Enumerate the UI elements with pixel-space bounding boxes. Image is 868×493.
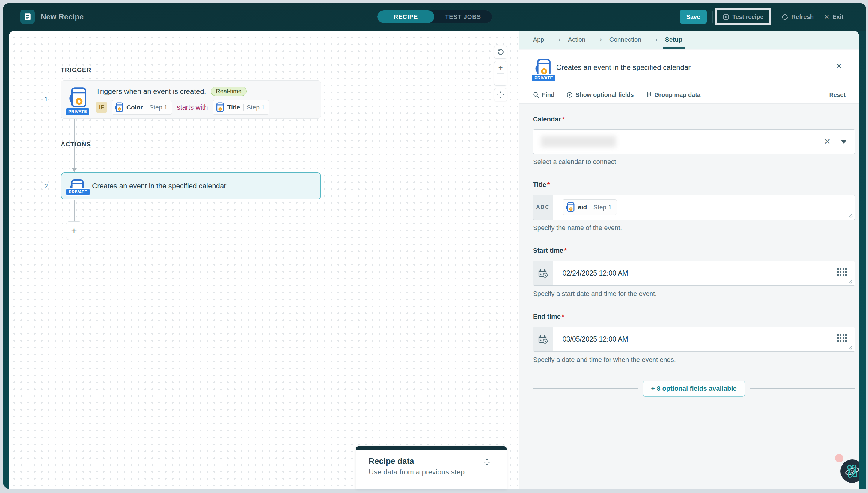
crumb-setup[interactable]: Setup (665, 36, 683, 44)
pill-divider (243, 104, 244, 111)
end-time-value: 03/05/2025 12:00 AM (562, 335, 628, 343)
resize-handle-icon[interactable] (848, 279, 853, 284)
pill-step-ref: Step 1 (594, 203, 612, 211)
crumb-app[interactable]: App (533, 36, 544, 44)
condition-operator: starts with (177, 104, 208, 111)
title-field-label: Title* (533, 181, 550, 188)
reset-button[interactable]: Reset (829, 91, 846, 98)
page-title: New Recipe (41, 13, 84, 21)
eid-datapill[interactable]: eid Step 1 (562, 199, 617, 215)
private-badge: PRIVATE (66, 188, 90, 196)
datapill-grid-icon[interactable] (837, 333, 847, 345)
title-input[interactable]: ABC eid Step 1 (533, 195, 855, 220)
realtime-badge: Real-time (211, 87, 247, 96)
divider-line (533, 388, 638, 389)
reset-view-button[interactable] (494, 46, 507, 59)
pan-fit-button[interactable] (494, 88, 507, 101)
setup-form: Calendar* ✕ Select a calendar to connect… (533, 104, 855, 397)
group-map-data-button[interactable]: Group map data (646, 91, 700, 98)
vertical-drag-icon (483, 457, 492, 467)
reset-rotation-icon (497, 48, 504, 56)
show-optional-fields-button[interactable]: Show optional fields (566, 91, 633, 98)
tab-test-jobs[interactable]: TEST JOBS (434, 10, 492, 23)
trigger-title: Triggers when an event is created. (96, 87, 206, 96)
condition-lhs-pill[interactable]: Color Step 1 (112, 100, 172, 114)
save-button[interactable]: Save (680, 10, 707, 24)
pill-step-ref: Step 1 (247, 104, 265, 111)
datapill-grid-icon[interactable] (837, 267, 847, 279)
test-recipe-button[interactable]: Test recipe (722, 14, 763, 20)
find-button[interactable]: Find (533, 91, 555, 98)
redacted-calendar-value (541, 136, 616, 147)
title-help-text: Specify the name of the event. (533, 224, 855, 232)
action-title: Creates an event in the specified calend… (92, 179, 226, 193)
pan-arrows-icon (497, 91, 505, 99)
test-recipe-highlight-box: Test recipe (715, 8, 772, 25)
end-time-input[interactable]: 03/05/2025 12:00 AM (533, 326, 855, 352)
trigger-step-card[interactable]: PRIVATE Triggers when an event is create… (61, 80, 321, 119)
optional-fields-row: + 8 optional fields available (533, 381, 855, 397)
resize-handle-icon[interactable] (848, 213, 853, 218)
start-time-field-label: Start time* (533, 247, 567, 254)
trigger-section-label: TRIGGER (61, 67, 91, 73)
header-divider (712, 11, 713, 23)
if-badge: IF (96, 102, 107, 113)
zoom-in-button[interactable]: + (494, 62, 507, 73)
step-number-1: 1 (39, 95, 48, 103)
pill-divider (590, 203, 591, 211)
calendar-app-icon (215, 102, 224, 112)
eye-toggle-icon (566, 92, 573, 98)
recipe-data-subtitle: Use data from a previous step (369, 468, 507, 476)
panel-toolbar: Find Show optional fields Group map data… (519, 86, 859, 104)
datetime-type-addon (533, 327, 553, 351)
clear-selection-icon[interactable]: ✕ (824, 137, 830, 146)
end-time-help-text: Specify a date and time for when the eve… (533, 356, 855, 364)
refresh-button[interactable]: Refresh (782, 14, 814, 20)
action-step-card-selected[interactable]: PRIVATE Creates an event in the specifie… (61, 172, 321, 199)
close-icon: ✕ (824, 13, 829, 21)
drag-resize-handle[interactable] (483, 457, 492, 468)
active-tab-underline (663, 47, 685, 49)
app-frame-right-edge (859, 31, 866, 489)
required-asterisk: * (547, 181, 550, 188)
crumb-connection[interactable]: Connection (609, 36, 641, 44)
calendar-app-icon (566, 202, 575, 212)
step-number-2: 2 (39, 182, 48, 190)
zoom-out-button[interactable]: − (494, 74, 507, 85)
play-circle-icon (722, 14, 729, 20)
tab-recipe[interactable]: RECIPE (377, 10, 434, 23)
atom-icon (844, 463, 861, 479)
group-columns-icon (646, 92, 652, 98)
exit-button[interactable]: ✕ Exit (824, 13, 843, 21)
text-type-addon: ABC (533, 195, 553, 219)
recipe-data-header-bar (356, 446, 507, 450)
pill-field-name: Color (127, 104, 143, 111)
crumb-action[interactable]: Action (568, 36, 585, 44)
panel-header: PRIVATE Creates an event in the specifie… (519, 50, 859, 86)
arrow-right-icon: ⟶ (551, 36, 561, 44)
start-time-input[interactable]: 02/24/2025 12:00 AM (533, 261, 855, 286)
calendar-field-label: Calendar* (533, 115, 565, 123)
recipe-data-panel: Recipe data Use data from a previous ste… (356, 446, 507, 489)
start-time-help-text: Specify a start date and time for the ev… (533, 290, 855, 298)
top-header-bar: New Recipe RECIPE TEST JOBS Save Test re… (3, 3, 866, 31)
add-step-button[interactable]: + (66, 221, 82, 240)
arrow-right-icon: ⟶ (648, 36, 658, 44)
search-icon (533, 92, 539, 98)
close-panel-icon[interactable]: ✕ (836, 62, 842, 71)
refresh-icon (782, 14, 788, 20)
optional-fields-button[interactable]: + 8 optional fields available (643, 381, 744, 397)
calendar-app-icon (68, 87, 88, 109)
calendar-clock-icon (538, 334, 548, 344)
private-badge: PRIVATE (65, 108, 90, 115)
resize-handle-icon[interactable] (848, 345, 853, 350)
calendar-select[interactable]: ✕ (533, 129, 855, 154)
pill-divider (146, 104, 147, 111)
pill-step-ref: Step 1 (149, 104, 168, 111)
chevron-down-icon[interactable] (841, 140, 847, 144)
condition-rhs-pill[interactable]: Title Step 1 (213, 100, 269, 114)
datetime-type-addon (533, 261, 553, 285)
calendar-help-text: Select a calendar to connect (533, 158, 855, 166)
pill-field-name: eid (578, 203, 587, 211)
required-asterisk: * (564, 247, 567, 254)
